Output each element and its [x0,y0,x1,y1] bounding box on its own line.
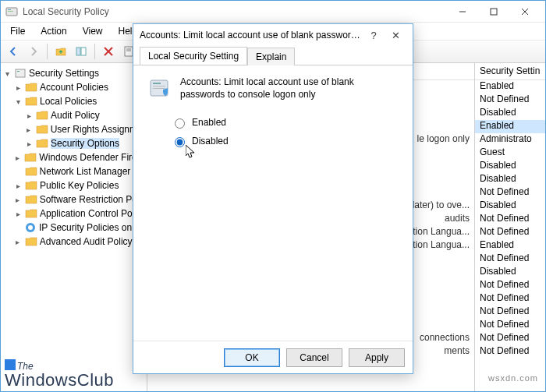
tree-security-options[interactable]: ▸Security Options [1,136,147,150]
app-icon [5,5,18,18]
tree-network-list[interactable]: Network List Manager Poli [1,164,147,178]
value-cell[interactable]: Enabled [475,120,545,133]
close-button[interactable] [509,3,541,20]
tree-software-restriction[interactable]: ▸Software Restriction Polici [1,192,147,207]
tree-advanced-audit[interactable]: ▸Advanced Audit Policy Co [1,235,147,249]
dialog-title: Accounts: Limit local account use of bla… [140,30,363,41]
menu-action[interactable]: Action [34,24,73,38]
svg-rect-21 [153,83,161,84]
cancel-button[interactable]: Cancel [286,348,342,367]
tree-ip-security[interactable]: IP Security Policies on Loca [1,221,147,235]
tree-local-policies[interactable]: ▾Local Policies [1,94,147,108]
value-cell[interactable]: Not Defined [475,253,545,266]
watermark: The WindowsClub [5,356,114,389]
menu-file[interactable]: File [4,24,31,38]
radio-disabled-input[interactable] [175,137,185,147]
minimize-button[interactable] [447,3,478,20]
value-cell[interactable]: Disabled [475,266,545,279]
svg-rect-23 [153,88,165,89]
value-cell[interactable]: Not Defined [475,345,545,358]
svg-rect-4 [491,9,497,15]
svg-rect-2 [8,11,13,12]
ok-button[interactable]: OK [224,348,280,367]
tab-local-security[interactable]: Local Security Setting [140,47,247,65]
up-button[interactable] [51,42,70,61]
value-cell[interactable]: Administrato [475,133,545,147]
svg-rect-22 [153,86,165,87]
dialog-tabs: Local Security Setting Explain [133,47,413,65]
value-cell[interactable]: Not Defined [475,226,545,239]
svg-point-19 [28,225,33,230]
watermark-url: wsxdn.com [488,373,538,383]
value-cell[interactable]: Enabled [475,80,545,94]
menu-view[interactable]: View [76,24,109,38]
tree-user-rights[interactable]: ▸User Rights Assignmen [1,122,147,136]
show-hide-button[interactable] [72,42,90,61]
tree-root[interactable]: ▾Security Settings [1,66,147,80]
value-cell[interactable]: Not Defined [475,94,545,107]
value-cell[interactable]: Not Defined [475,319,545,332]
back-button[interactable] [4,42,23,61]
value-cell[interactable]: Disabled [475,107,545,120]
policy-description: Accounts: Limit local account use of bla… [180,76,399,101]
value-cell[interactable]: Enabled [475,239,545,253]
radio-enabled-input[interactable] [175,118,185,129]
value-cell[interactable]: Not Defined [475,305,545,319]
value-cell[interactable]: Not Defined [475,213,545,226]
value-cell[interactable]: Disabled [475,200,545,213]
value-cell[interactable]: Not Defined [475,292,545,305]
dialog-close-button[interactable]: ✕ [385,30,406,41]
radio-disabled[interactable]: Disabled [171,135,399,147]
tree-public-key[interactable]: ▸Public Key Policies [1,178,147,192]
dialog-help-button[interactable]: ? [363,30,385,41]
value-cell[interactable]: Disabled [475,173,545,186]
value-cell[interactable]: Disabled [475,160,545,173]
value-cell[interactable]: Guest [475,147,545,160]
svg-rect-11 [125,47,133,56]
maximize-button[interactable] [478,3,509,20]
tree-windows-defender[interactable]: ▸Windows Defender Firewal [1,150,147,164]
nav-tree[interactable]: ▾Security Settings ▸Account Policies ▾Lo… [1,63,147,391]
svg-rect-7 [76,48,80,55]
titlebar: Local Security Policy [1,1,545,23]
forward-button[interactable] [24,42,43,61]
apply-button[interactable]: Apply [349,348,405,367]
radio-enabled[interactable]: Enabled [171,116,399,129]
delete-button[interactable] [99,42,118,61]
value-cell[interactable]: Not Defined [475,279,545,292]
tree-audit-policy[interactable]: ▸Audit Policy [1,108,147,122]
properties-dialog: Accounts: Limit local account use of bla… [133,23,413,374]
tab-explain[interactable]: Explain [247,48,295,65]
svg-rect-1 [8,9,11,10]
policy-icon [147,76,172,101]
tree-account-policies[interactable]: ▸Account Policies [1,80,147,94]
svg-rect-8 [81,48,86,55]
dialog-titlebar[interactable]: Accounts: Limit local account use of bla… [133,24,413,46]
svg-rect-17 [17,71,20,72]
column-value[interactable]: Security Settin [475,63,545,80]
value-cell[interactable]: Not Defined [475,332,545,345]
value-cell[interactable]: Not Defined [475,186,545,200]
svg-rect-16 [16,69,25,77]
tree-application-control[interactable]: ▸Application Control Polici [1,207,147,221]
window-title: Local Security Policy [23,6,447,17]
